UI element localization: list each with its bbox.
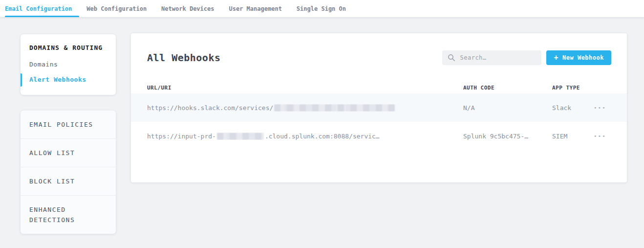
- sidebar-sections-card: EMAIL POLICIES ALLOW LIST BLOCK LIST ENH…: [21, 111, 116, 234]
- tab-single-sign-on[interactable]: Single Sign On: [289, 0, 353, 17]
- tab-label: Email Configuration: [5, 5, 72, 12]
- webhooks-panel: All Webhooks + New Webhook URL/URI AUTH …: [131, 33, 627, 182]
- row-actions-menu-icon[interactable]: •••: [594, 134, 627, 139]
- sidebar-item-block-list[interactable]: BLOCK LIST: [21, 167, 116, 195]
- page-title: All Webhooks: [147, 52, 221, 64]
- sidebar-item-alert-webhooks[interactable]: Alert Webhooks: [29, 76, 107, 83]
- url-text-suffix: .cloud.splunk.com:8088/servic…: [265, 133, 380, 140]
- table-row: https://input-prd-.cloud.splunk.com:8088…: [131, 122, 627, 150]
- search-input[interactable]: [442, 50, 541, 65]
- new-webhook-button[interactable]: + New Webhook: [546, 50, 611, 65]
- tab-label: Network Devices: [161, 5, 214, 12]
- redacted-url-segment: [274, 104, 395, 112]
- column-header-auth-code: AUTH CODE: [463, 85, 552, 91]
- sidebar-item-email-policies[interactable]: EMAIL POLICIES: [21, 111, 116, 138]
- active-item-indicator: [21, 73, 22, 87]
- redacted-url-segment: [217, 133, 264, 140]
- url-text: https://hooks.slack.com/services/: [147, 104, 273, 112]
- sidebar-section-title: DOMAINS & ROUTING: [29, 44, 107, 51]
- url-text: https://input-prd-: [147, 133, 216, 140]
- active-tab-underline: [5, 16, 79, 17]
- panel-header: All Webhooks + New Webhook: [131, 33, 627, 65]
- auth-code-cell: Splunk 9c5bc475-…: [463, 133, 552, 140]
- search-icon: [448, 54, 455, 62]
- column-header-url: URL/URI: [147, 85, 463, 91]
- search-box: [442, 50, 541, 65]
- tab-web-configuration[interactable]: Web Configuration: [79, 0, 154, 17]
- auth-code-cell: N/A: [463, 104, 552, 112]
- webhook-url-cell: https://hooks.slack.com/services/: [147, 104, 463, 112]
- sidebar-item-enhanced-detections[interactable]: ENHANCED DETECTIONS: [21, 195, 116, 234]
- column-header-app-type: APP TYPE: [552, 85, 594, 91]
- tab-email-configuration[interactable]: Email Configuration: [0, 0, 79, 17]
- sidebar-item-label: Alert Webhooks: [29, 76, 86, 83]
- top-nav-bar: Email Configuration Web Configuration Ne…: [0, 0, 644, 17]
- app-type-cell: Slack: [552, 104, 594, 112]
- sidebar-item-allow-list[interactable]: ALLOW LIST: [21, 138, 116, 167]
- app-type-cell: SIEM: [552, 133, 594, 140]
- webhook-url-cell: https://input-prd-.cloud.splunk.com:8088…: [147, 133, 463, 140]
- sidebar-item-domains[interactable]: Domains: [29, 61, 107, 68]
- plus-icon: +: [554, 54, 558, 62]
- tab-label: User Management: [229, 5, 281, 12]
- tab-network-devices[interactable]: Network Devices: [154, 0, 221, 17]
- row-actions-menu-icon[interactable]: •••: [594, 105, 627, 111]
- tab-user-management[interactable]: User Management: [221, 0, 289, 17]
- tab-label: Web Configuration: [86, 5, 147, 12]
- sidebar-domains-routing-card: DOMAINS & ROUTING Domains Alert Webhooks: [21, 34, 116, 95]
- table-row: https://hooks.slack.com/services/ N/A Sl…: [131, 93, 627, 122]
- table-header-row: URL/URI AUTH CODE APP TYPE: [131, 82, 627, 93]
- tab-label: Single Sign On: [297, 5, 346, 12]
- new-webhook-button-label: New Webhook: [562, 54, 604, 61]
